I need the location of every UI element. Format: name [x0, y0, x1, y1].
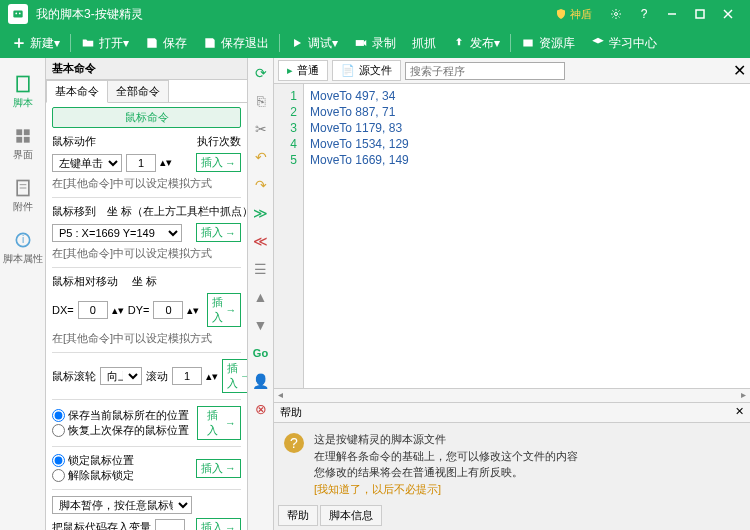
vbtn-up[interactable]: ▲ — [252, 288, 270, 306]
resources-button[interactable]: 资源库 — [513, 35, 583, 52]
tab-basic[interactable]: 基本命令 — [46, 80, 108, 103]
moveto-coord-select[interactable]: P5 : X=1669 Y=149 — [52, 224, 182, 242]
catch-button[interactable]: 抓抓 — [404, 35, 444, 52]
var-input[interactable] — [155, 519, 185, 531]
insert-button[interactable]: 插入 — [196, 153, 241, 172]
vbtn-outdent[interactable]: ≪ — [252, 232, 270, 250]
publish-button[interactable]: 发布 ▾ — [444, 35, 508, 52]
svg-rect-0 — [13, 11, 22, 18]
vbtn-indent[interactable]: ≫ — [252, 204, 270, 222]
svg-point-2 — [19, 13, 21, 15]
footer-tab-help[interactable]: 帮助 — [278, 505, 318, 526]
svg-text:i: i — [21, 234, 23, 245]
vbtn-down[interactable]: ▼ — [252, 316, 270, 334]
svg-text:?: ? — [290, 435, 298, 451]
exec-count-input[interactable] — [126, 154, 156, 172]
radio-save-pos[interactable] — [52, 409, 65, 422]
svg-point-3 — [615, 13, 618, 16]
mouse-action-select[interactable]: 左键单击 — [52, 154, 122, 172]
svg-rect-11 — [16, 129, 22, 135]
shendun-badge[interactable]: 神盾 — [555, 7, 592, 22]
wheel-step-input[interactable] — [172, 367, 202, 385]
vbtn-user[interactable]: 👤 — [252, 372, 270, 390]
minimize-button[interactable] — [658, 4, 686, 24]
learn-button[interactable]: 学习中心 — [583, 35, 665, 52]
vbtn-undo[interactable]: ↶ — [252, 148, 270, 166]
insert-button[interactable]: 插入 — [197, 406, 241, 440]
vbtn-copy[interactable]: ⎘ — [252, 92, 270, 110]
help-dismiss-link[interactable]: [我知道了，以后不必提示] — [314, 481, 578, 498]
sidebar-props[interactable]: i脚本属性 — [0, 222, 45, 274]
help-title: 帮助 — [280, 405, 302, 420]
svg-rect-9 — [523, 40, 532, 47]
close-tab-icon[interactable]: ✕ — [733, 61, 746, 80]
search-sub-input[interactable] — [405, 62, 565, 80]
radio-unlock[interactable] — [52, 469, 65, 482]
vbtn-cut[interactable]: ✂ — [252, 120, 270, 138]
dx-input[interactable] — [78, 301, 108, 319]
insert-button[interactable]: 插入 — [196, 459, 241, 478]
sidebar-ui[interactable]: 界面 — [0, 118, 45, 170]
tab-all[interactable]: 全部命令 — [107, 80, 169, 102]
vbtn-go[interactable]: Go — [252, 344, 270, 362]
svg-rect-12 — [23, 129, 29, 135]
codetab-source[interactable]: 📄源文件 — [332, 60, 401, 81]
sidebar-script[interactable]: 脚本 — [0, 66, 45, 118]
svg-rect-8 — [356, 40, 364, 46]
help-icon: ? — [282, 431, 306, 455]
footer-tab-info[interactable]: 脚本信息 — [320, 505, 382, 526]
dy-input[interactable] — [153, 301, 183, 319]
svg-rect-5 — [696, 10, 704, 18]
help-close-icon[interactable]: ✕ — [735, 405, 744, 420]
group-mouse[interactable]: 鼠标命令 — [52, 107, 241, 128]
vbtn-bookmark[interactable]: ☰ — [252, 260, 270, 278]
insert-button[interactable]: 插入 — [196, 518, 241, 530]
insert-button[interactable]: 插入 — [222, 359, 247, 393]
close-button[interactable] — [714, 4, 742, 24]
maximize-button[interactable] — [686, 4, 714, 24]
saveexit-button[interactable]: 保存退出 — [195, 35, 277, 52]
radio-restore-pos[interactable] — [52, 424, 65, 437]
codetab-normal[interactable]: ▸普通 — [278, 60, 328, 81]
radio-lock[interactable] — [52, 454, 65, 467]
app-logo — [8, 4, 28, 24]
svg-rect-14 — [23, 137, 29, 143]
vbtn-reload[interactable]: ⟳ — [252, 64, 270, 82]
insert-button[interactable]: 插入 — [207, 293, 241, 327]
vbtn-redo[interactable]: ↷ — [252, 176, 270, 194]
panel-header: 基本命令 — [46, 58, 247, 80]
insert-button[interactable]: 插入 — [196, 223, 241, 242]
wheel-dir-select[interactable]: 向上 — [100, 367, 142, 385]
new-button[interactable]: 新建 ▾ — [4, 35, 68, 52]
save-button[interactable]: 保存 — [137, 35, 195, 52]
svg-rect-13 — [16, 137, 22, 143]
vbtn-x[interactable]: ⊗ — [252, 400, 270, 418]
sidebar-attach[interactable]: 附件 — [0, 170, 45, 222]
pause-key-select[interactable]: 脚本暂停，按任意鼠标键继续 — [52, 496, 192, 514]
code-editor[interactable]: 12345 MoveTo 497, 34MoveTo 887, 71MoveTo… — [274, 84, 750, 388]
window-title: 我的脚本3-按键精灵 — [36, 6, 555, 23]
record-button[interactable]: 录制 — [346, 35, 404, 52]
open-button[interactable]: 打开 ▾ — [73, 35, 137, 52]
help-icon[interactable]: ? — [630, 4, 658, 24]
debug-button[interactable]: 调试 ▾ — [282, 35, 346, 52]
svg-point-1 — [15, 13, 17, 15]
svg-rect-10 — [17, 77, 29, 92]
settings-icon[interactable] — [602, 4, 630, 24]
